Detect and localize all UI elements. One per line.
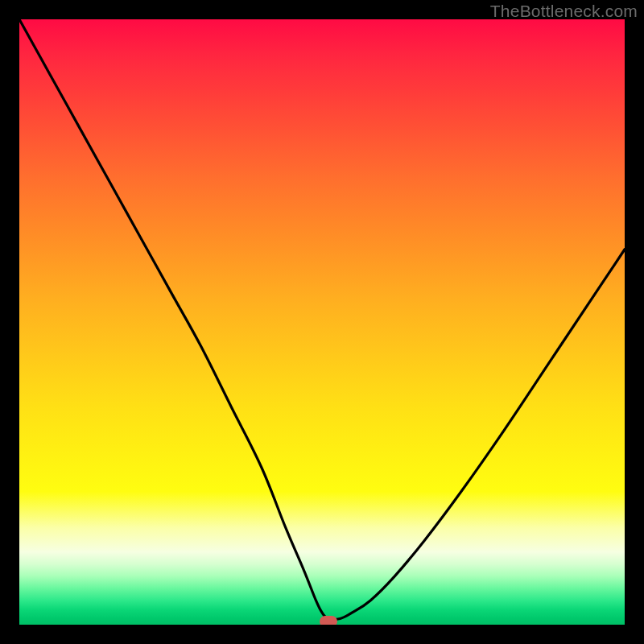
plot-area — [19, 19, 625, 625]
chart-frame: TheBottleneck.com — [0, 0, 644, 644]
watermark-text: TheBottleneck.com — [490, 2, 638, 21]
optimal-point-marker — [320, 616, 337, 625]
bottleneck-curve — [19, 19, 625, 625]
